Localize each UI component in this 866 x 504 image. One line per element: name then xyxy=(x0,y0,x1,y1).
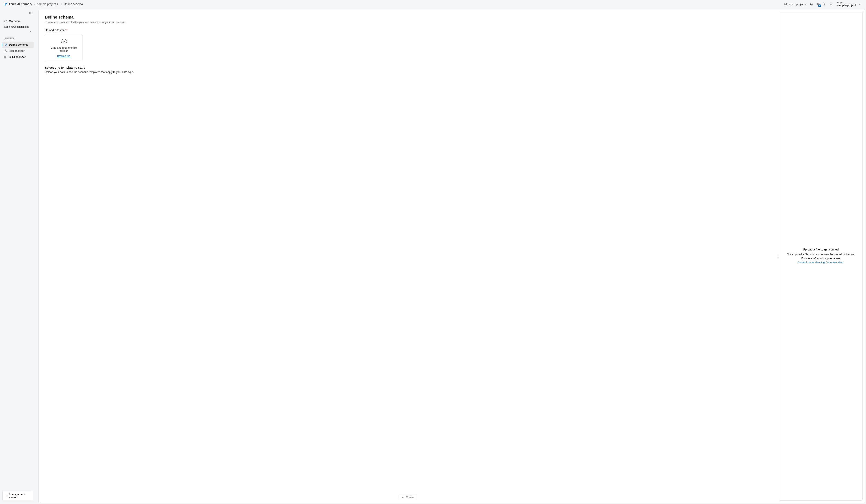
top-bar: Azure AI Foundry / sample-project / Defi… xyxy=(0,0,866,8)
preview-panel: Upload a file to get started Once upload… xyxy=(779,12,863,501)
svg-point-14 xyxy=(778,257,779,258)
preview-heading: Upload a file to get started xyxy=(803,248,839,251)
svg-point-12 xyxy=(778,256,779,256)
grip-icon xyxy=(777,254,779,258)
app-body: Overview Content Understanding PREVIEW D… xyxy=(0,8,866,504)
gear-icon xyxy=(823,2,826,6)
sidebar-item-build-analyzer[interactable]: Build analyzer xyxy=(2,54,34,60)
smiley-icon xyxy=(829,2,833,6)
sidebar-section-title: Content Understanding xyxy=(4,25,29,29)
file-dropzone[interactable]: Drag and drop one file here or Browse fi… xyxy=(45,34,82,61)
svg-rect-7 xyxy=(6,56,7,57)
collapse-sidebar-button[interactable] xyxy=(28,11,33,15)
schema-icon xyxy=(4,43,7,46)
sidebar-item-label: Define schema xyxy=(9,43,28,46)
breadcrumb-separator: / xyxy=(32,2,37,6)
help-button[interactable] xyxy=(828,1,834,7)
sidebar-item-label: Build analyzer xyxy=(9,55,26,58)
documentation-link[interactable]: Content Understanding Documentation. xyxy=(798,261,844,264)
template-section-heading: Select one template to start xyxy=(45,66,771,69)
project-switcher[interactable]: Project sample-project xyxy=(834,1,864,7)
project-switcher-label: Project xyxy=(837,1,856,4)
svg-point-4 xyxy=(6,44,7,44)
browse-file-link[interactable]: Browse file xyxy=(57,54,70,57)
notifications-button[interactable] xyxy=(808,1,815,7)
chevron-up-icon xyxy=(29,30,32,33)
hubs-projects-link[interactable]: All hubs + projects xyxy=(781,3,808,6)
cloud-upload-icon xyxy=(60,38,68,44)
svg-rect-6 xyxy=(4,56,5,57)
svg-rect-8 xyxy=(4,57,5,58)
page-subtitle: Review fields from selected template and… xyxy=(45,21,771,24)
page-title: Define schema xyxy=(45,15,771,20)
svg-point-10 xyxy=(778,255,779,255)
exit-icon xyxy=(5,494,8,497)
management-center-label: Management center xyxy=(9,493,31,499)
breadcrumb-project[interactable]: sample-project xyxy=(37,2,59,6)
dropzone-text: Drag and drop one file here or xyxy=(48,46,79,52)
panel-collapse-icon xyxy=(29,11,32,15)
svg-point-11 xyxy=(778,256,778,256)
content-area: Define schema Review fields from selecte… xyxy=(39,9,777,503)
create-button-label: Create xyxy=(406,496,414,499)
breadcrumb-current: Define schema xyxy=(64,2,83,6)
settings-button[interactable] xyxy=(821,1,828,7)
breadcrumb-separator: / xyxy=(59,2,64,6)
svg-point-13 xyxy=(778,257,778,258)
upload-label: Upload a test file* xyxy=(45,29,771,32)
panel-splitter[interactable] xyxy=(777,9,779,503)
svg-point-3 xyxy=(5,44,5,44)
bell-icon xyxy=(810,2,813,6)
preview-body: Once upload a file, you can preview the … xyxy=(787,252,855,264)
svg-point-0 xyxy=(824,4,825,4)
sidebar-item-define-schema[interactable]: Define schema xyxy=(2,42,34,48)
svg-point-5 xyxy=(5,45,6,46)
required-asterisk: * xyxy=(66,29,67,32)
main-panel: Define schema Review fields from selecte… xyxy=(38,9,865,503)
create-button[interactable]: Create xyxy=(399,494,417,500)
chevron-down-icon xyxy=(858,3,861,5)
sidebar-section-content-understanding[interactable]: Content Understanding PREVIEW xyxy=(2,24,34,42)
updown-chevron-icon xyxy=(57,3,59,5)
svg-point-9 xyxy=(778,255,778,255)
brand[interactable]: Azure AI Foundry xyxy=(4,2,32,6)
svg-point-1 xyxy=(830,3,832,5)
sidebar-item-label: Test analyzer xyxy=(9,49,25,52)
preview-badge: PREVIEW xyxy=(4,37,15,40)
home-icon xyxy=(4,19,7,23)
sidebar-item-label: Overview xyxy=(9,20,20,23)
brand-text: Azure AI Foundry xyxy=(9,2,32,6)
management-center-button[interactable]: Management center xyxy=(2,491,33,501)
announcements-button[interactable]: 1 xyxy=(815,1,821,7)
project-switcher-value: sample-project xyxy=(837,4,856,7)
template-section-subtitle: Upload your data to see the scenario tem… xyxy=(45,70,771,74)
check-icon xyxy=(402,496,405,499)
notification-badge: 1 xyxy=(818,4,821,7)
sidebar: Overview Content Understanding PREVIEW D… xyxy=(0,8,36,504)
flask-icon xyxy=(4,49,7,53)
sidebar-item-overview[interactable]: Overview xyxy=(2,18,34,24)
foundry-logo-icon xyxy=(4,2,7,6)
sidebar-item-test-analyzer[interactable]: Test analyzer xyxy=(2,48,34,54)
build-icon xyxy=(4,55,7,59)
